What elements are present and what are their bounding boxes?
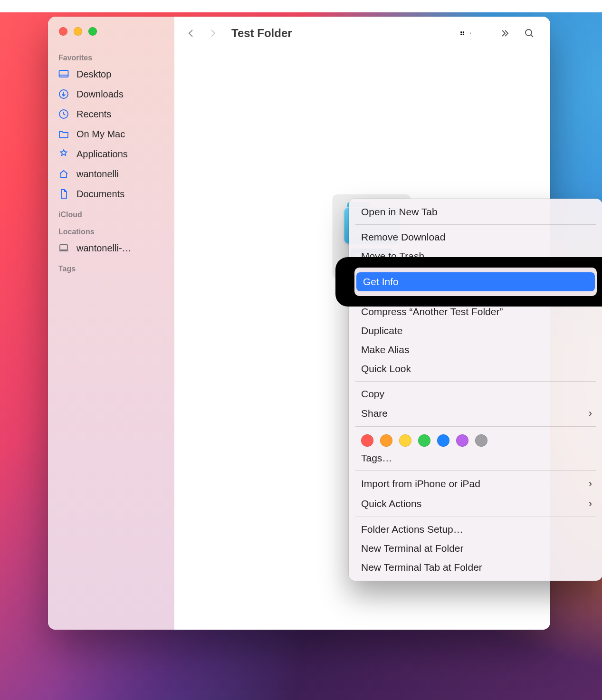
forward-button[interactable]	[206, 26, 220, 40]
svg-rect-4	[60, 245, 67, 250]
chevron-right-icon: ›	[589, 407, 592, 420]
tag-color-orange[interactable]	[380, 434, 392, 447]
ctx-quick-actions[interactable]: Quick Actions ›	[349, 494, 602, 514]
menu-separator	[355, 224, 596, 225]
menu-item-label: Copy	[361, 388, 384, 400]
desktop-icon	[57, 68, 70, 80]
menu-item-label: Quick Actions	[361, 498, 421, 509]
sidebar-item-label: Desktop	[76, 69, 111, 80]
svg-point-9	[526, 29, 532, 36]
ctx-make-alias[interactable]: Make Alias	[349, 340, 602, 359]
menu-item-label: Import from iPhone or iPad	[361, 478, 480, 489]
home-icon	[57, 168, 70, 180]
ctx-copy[interactable]: Copy	[349, 384, 602, 403]
sidebar-item-this-mac[interactable]: wantonelli-…	[48, 238, 174, 258]
menu-item-label: Open in New Tab	[361, 206, 438, 218]
menu-item-label: Remove Download	[361, 231, 445, 243]
window-close-button[interactable]	[59, 27, 67, 36]
search-button[interactable]	[521, 26, 538, 40]
view-options-button[interactable]	[460, 28, 472, 38]
sidebar-item-label: Applications	[76, 149, 128, 160]
sidebar-item-label: Recents	[76, 109, 111, 120]
menu-item-label: Share	[361, 408, 388, 419]
sidebar-item-documents[interactable]: Documents	[48, 184, 174, 204]
applications-icon	[57, 148, 70, 160]
menu-item-label: Compress “Another Test Folder”	[361, 306, 503, 317]
context-menu: Open in New Tab Remove Download Move to …	[349, 199, 602, 581]
ctx-tags[interactable]: Tags…	[349, 449, 602, 468]
ctx-remove-download[interactable]: Remove Download	[349, 228, 602, 247]
sidebar-section-tags: Tags	[48, 258, 174, 275]
window-traffic-lights	[48, 27, 174, 47]
sidebar-section-favorites: Favorites	[48, 47, 174, 64]
toolbar-overflow-button[interactable]	[496, 26, 513, 40]
desktop-wallpaper: Favorites Desktop Downloads Recents	[0, 0, 602, 700]
ctx-import-from-iphone[interactable]: Import from iPhone or iPad ›	[349, 474, 602, 494]
back-button[interactable]	[184, 26, 198, 40]
sidebar-item-applications[interactable]: Applications	[48, 144, 174, 164]
tag-color-red[interactable]	[361, 434, 373, 447]
menu-separator	[355, 381, 596, 382]
chevron-right-icon: ›	[589, 478, 592, 490]
sidebar-item-label: Documents	[76, 189, 124, 200]
menu-item-label: Quick Look	[361, 363, 411, 374]
svg-rect-7	[460, 34, 462, 35]
tag-color-purple[interactable]	[456, 434, 468, 447]
menu-item-label: Get Info	[363, 276, 399, 288]
sidebar-item-label: Downloads	[76, 89, 124, 100]
downloads-icon	[57, 88, 70, 100]
ctx-tag-colors	[349, 430, 602, 449]
menu-separator	[355, 517, 596, 517]
documents-icon	[57, 188, 70, 200]
sidebar-item-on-my-mac[interactable]: On My Mac	[48, 124, 174, 144]
finder-window: Favorites Desktop Downloads Recents	[48, 17, 550, 630]
menu-item-label: New Terminal at Folder	[361, 543, 464, 554]
ctx-share[interactable]: Share ›	[349, 403, 602, 423]
sidebar-item-label: On My Mac	[76, 129, 125, 140]
ctx-get-info-annotation: Get Info	[349, 268, 602, 296]
menu-item-label: New Terminal Tab at Folder	[361, 562, 482, 573]
folder-title: Test Folder	[231, 27, 292, 40]
window-minimize-button[interactable]	[74, 27, 82, 36]
sidebar-item-recents[interactable]: Recents	[48, 104, 174, 124]
sidebar-item-home[interactable]: wantonelli	[48, 164, 174, 184]
tag-color-yellow[interactable]	[399, 434, 411, 447]
content-pane: Test Folder Anoth… Fol…	[174, 17, 550, 630]
sidebar-item-desktop[interactable]: Desktop	[48, 64, 174, 84]
svg-rect-5	[460, 31, 462, 33]
recents-icon	[57, 108, 70, 120]
ctx-get-info[interactable]: Get Info	[356, 272, 595, 291]
sidebar-item-downloads[interactable]: Downloads	[48, 84, 174, 104]
ctx-quick-look[interactable]: Quick Look	[349, 359, 602, 378]
ctx-duplicate[interactable]: Duplicate	[349, 321, 602, 340]
sidebar-section-locations: Locations	[48, 221, 174, 238]
svg-rect-6	[463, 31, 464, 33]
window-zoom-button[interactable]	[88, 27, 97, 36]
svg-rect-0	[59, 70, 68, 77]
sidebar-item-label: wantonelli	[76, 169, 119, 180]
sidebar-section-icloud: iCloud	[48, 204, 174, 221]
tag-color-green[interactable]	[418, 434, 430, 447]
menu-item-label: Make Alias	[361, 344, 410, 355]
ctx-new-terminal-at-folder[interactable]: New Terminal at Folder	[349, 539, 602, 558]
ctx-new-terminal-tab-at-folder[interactable]: New Terminal Tab at Folder	[349, 558, 602, 577]
sidebar: Favorites Desktop Downloads Recents	[48, 17, 174, 630]
tag-color-blue[interactable]	[437, 434, 449, 447]
folder-icon	[57, 128, 70, 140]
menu-item-label: Duplicate	[361, 325, 403, 336]
ctx-folder-actions-setup[interactable]: Folder Actions Setup…	[349, 520, 602, 539]
chevron-right-icon: ›	[589, 498, 592, 510]
tag-color-gray[interactable]	[475, 434, 487, 447]
menu-item-label: Folder Actions Setup…	[361, 524, 463, 535]
menu-separator	[355, 470, 596, 471]
menu-separator	[355, 426, 596, 427]
ctx-open-in-new-tab[interactable]: Open in New Tab	[349, 202, 602, 221]
menu-item-label: Tags…	[361, 452, 392, 464]
svg-rect-8	[463, 34, 464, 35]
sidebar-item-label: wantonelli-…	[76, 243, 132, 254]
toolbar: Test Folder	[174, 17, 550, 50]
laptop-icon	[57, 242, 70, 254]
